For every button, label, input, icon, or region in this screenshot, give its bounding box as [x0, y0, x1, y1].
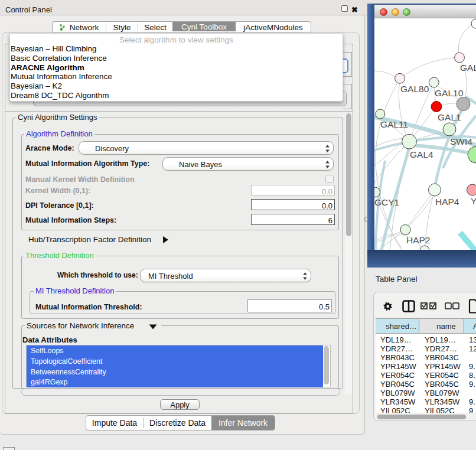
svg-text:GCY1: GCY1	[374, 197, 399, 207]
svg-text:GAL11: GAL11	[380, 119, 408, 129]
svg-text:GAL10: GAL10	[435, 88, 464, 98]
svg-text:HAP4: HAP4	[435, 197, 459, 207]
svg-text:GAL80: GAL80	[400, 84, 429, 94]
svg-text:GAL2: GAL2	[460, 63, 476, 73]
svg-text:SWI4: SWI4	[450, 136, 472, 146]
svg-text:HAP2: HAP2	[406, 235, 431, 245]
svg-text:GAL4: GAL4	[410, 149, 433, 159]
svg-text:GAL1: GAL1	[438, 112, 461, 122]
svg-text:Y: Y	[471, 196, 476, 206]
